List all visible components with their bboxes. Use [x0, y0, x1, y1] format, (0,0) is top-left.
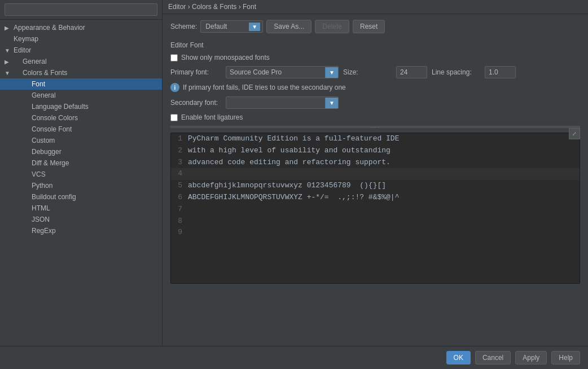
nav-arrow-appearance-behavior: ▶	[5, 25, 14, 31]
sidebar-item-regexp[interactable]: RegExp	[0, 225, 162, 236]
sidebar-item-json[interactable]: JSON	[0, 214, 162, 225]
cancel-button[interactable]: Cancel	[475, 351, 511, 364]
line-number: 7	[171, 204, 188, 216]
nav-label-python: Python	[32, 182, 52, 190]
save-as-button[interactable]: Save As...	[266, 20, 311, 33]
secondary-font-select[interactable]: ▼	[226, 96, 339, 109]
nav-label-debugger: Debugger	[32, 148, 62, 156]
sidebar-item-python[interactable]: Python	[0, 180, 162, 191]
scheme-dropdown-arrow[interactable]: ▼	[249, 23, 260, 31]
line-content: advanced code editing and refactoring su…	[188, 157, 580, 169]
scheme-select[interactable]: DefaultDarculaHigh contrast ▼	[200, 20, 263, 33]
nav-tree: ▶Appearance & BehaviorKeymap▼Editor▶Gene…	[0, 20, 162, 346]
info-row: i If primary font fails, IDE tries to us…	[170, 83, 580, 92]
sidebar-item-diff-merge[interactable]: Diff & Merge	[0, 157, 162, 169]
line-number: 2	[171, 145, 188, 157]
line-number: 4	[171, 168, 188, 180]
nav-label-html: HTML	[32, 204, 50, 212]
line-spacing-input[interactable]	[485, 66, 516, 78]
show-mono-checkbox[interactable]	[170, 54, 178, 61]
primary-font-row: Primary font: ▼ Size: Line spacing:	[170, 66, 580, 78]
nav-label-diff-merge: Diff & Merge	[32, 159, 69, 167]
line-content: PyCharm Community Edition is a full-feat…	[188, 133, 580, 145]
nav-label-general: General	[23, 58, 47, 65]
code-line: 9	[171, 227, 580, 239]
preview-area: 1PyCharm Community Edition is a full-fea…	[170, 133, 580, 284]
scheme-dropdown[interactable]: DefaultDarculaHigh contrast	[203, 22, 248, 31]
secondary-font-input[interactable]	[226, 97, 325, 108]
nav-label-json: JSON	[32, 216, 50, 223]
sidebar-item-colors-fonts[interactable]: ▼Colors & Fonts	[0, 67, 162, 78]
sidebar: ▶Appearance & BehaviorKeymap▼Editor▶Gene…	[0, 0, 163, 346]
nav-label-appearance-behavior: Appearance & Behavior	[14, 24, 85, 32]
breadcrumb: Editor › Colors & Fonts › Font	[163, 0, 588, 14]
line-spacing-label: Line spacing:	[432, 68, 482, 76]
preview-wrapper: · · · 1PyCharm Community Edition is a fu…	[170, 126, 580, 284]
primary-font-select[interactable]: ▼	[226, 66, 339, 78]
nav-label-vcs: VCS	[32, 170, 46, 178]
content-area: Scheme: DefaultDarculaHigh contrast ▼ Sa…	[163, 14, 588, 346]
sidebar-item-buildout-config[interactable]: Buildout config	[0, 191, 162, 203]
secondary-font-label: Secondary font:	[170, 99, 221, 107]
nav-label-colors-fonts: Colors & Fonts	[23, 69, 67, 77]
search-box	[0, 0, 162, 20]
line-number: 5	[171, 180, 188, 192]
nav-label-buildout-config: Buildout config	[32, 193, 76, 201]
size-input[interactable]	[396, 66, 427, 78]
code-line: 4	[171, 168, 580, 180]
nav-label-custom: Custom	[32, 137, 55, 144]
nav-label-keymap: Keymap	[14, 35, 38, 43]
line-content: ABCDEFGHIJKLMNOPQRSTUVWXYZ +-*/= .,;:!? …	[188, 192, 580, 204]
size-label: Size:	[343, 68, 394, 76]
nav-label-regexp: RegExp	[32, 227, 56, 235]
sidebar-item-font[interactable]: Font	[0, 78, 162, 90]
preview-code: 1PyCharm Community Edition is a full-fea…	[171, 133, 580, 283]
show-mono-row: Show only monospaced fonts	[170, 54, 580, 61]
sidebar-item-general[interactable]: ▶General	[0, 56, 162, 67]
sidebar-item-console-font[interactable]: Console Font	[0, 124, 162, 135]
help-button[interactable]: Help	[551, 351, 580, 364]
line-number: 8	[171, 216, 188, 227]
line-number: 6	[171, 192, 188, 204]
sidebar-item-keymap[interactable]: Keymap	[0, 33, 162, 45]
apply-button[interactable]: Apply	[515, 351, 547, 364]
nav-label-console-font: Console Font	[32, 125, 72, 133]
ok-button[interactable]: OK	[446, 351, 471, 364]
delete-button[interactable]: Delete	[315, 20, 349, 33]
nav-arrow-editor: ▼	[5, 47, 14, 54]
sidebar-item-html[interactable]: HTML	[0, 203, 162, 214]
size-box: Size:	[343, 66, 427, 78]
sidebar-item-editor[interactable]: ▼Editor	[0, 45, 162, 56]
search-input[interactable]	[5, 3, 157, 16]
nav-label-editor: Editor	[14, 46, 31, 54]
info-icon: i	[170, 83, 179, 92]
primary-font-input[interactable]	[226, 67, 325, 78]
sidebar-item-language-defaults[interactable]: Language Defaults	[0, 101, 162, 112]
line-content: with a high level of usability and outst…	[188, 145, 580, 157]
scheme-label: Scheme:	[170, 23, 197, 30]
primary-font-dropdown-btn[interactable]: ▼	[325, 67, 338, 78]
ligatures-row: Enable font ligatures	[170, 113, 580, 121]
enable-ligatures-checkbox[interactable]	[170, 114, 178, 121]
preview-resize-handle[interactable]: · · ·	[170, 126, 580, 128]
code-line: 1PyCharm Community Edition is a full-fea…	[171, 133, 580, 145]
enable-ligatures-label: Enable font ligatures	[181, 113, 243, 121]
sidebar-item-debugger[interactable]: Debugger	[0, 146, 162, 157]
secondary-font-dropdown-btn[interactable]: ▼	[325, 98, 338, 108]
code-line: 6ABCDEFGHIJKLMNOPQRSTUVWXYZ +-*/= .,;:!?…	[171, 192, 580, 204]
sidebar-item-vcs[interactable]: VCS	[0, 169, 162, 180]
nav-label-general2: General	[32, 91, 56, 99]
nav-label-console-colors: Console Colors	[32, 114, 78, 122]
preview-expand-button[interactable]: ⤢	[569, 128, 580, 139]
nav-arrow-colors-fonts: ▼	[5, 70, 14, 76]
reset-button[interactable]: Reset	[353, 20, 385, 33]
sidebar-item-custom[interactable]: Custom	[0, 135, 162, 146]
code-line: 8	[171, 216, 580, 227]
scheme-row: Scheme: DefaultDarculaHigh contrast ▼ Sa…	[170, 20, 580, 33]
nav-label-font: Font	[32, 80, 45, 88]
sidebar-item-general2[interactable]: General	[0, 90, 162, 101]
sidebar-item-appearance-behavior[interactable]: ▶Appearance & Behavior	[0, 22, 162, 33]
code-line: 7	[171, 204, 580, 216]
line-number: 9	[171, 227, 188, 239]
sidebar-item-console-colors[interactable]: Console Colors	[0, 112, 162, 124]
